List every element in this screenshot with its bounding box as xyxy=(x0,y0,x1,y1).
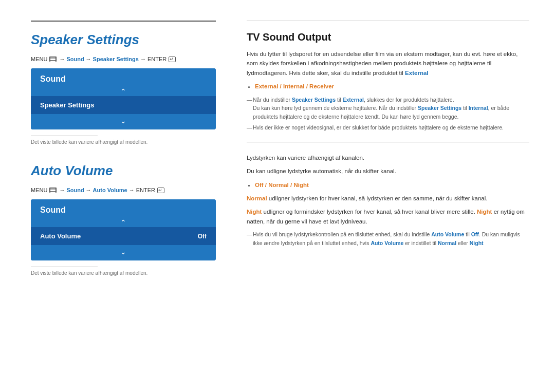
sound-box-bottom-1: ⌄ xyxy=(31,114,216,129)
menu-path-speaker-settings: Speaker Settings xyxy=(93,56,139,62)
auto-volume-menu-path: MENU → Sound → Auto Volume → ENTER xyxy=(31,187,216,193)
footnote-2: Det viste billede kan variere afhængigt … xyxy=(31,270,216,276)
external-internal-receiver-highlight: External / Internal / Receiver xyxy=(255,83,334,89)
tv-sound-output-body1: Hvis du lytter til lydsporet for en udse… xyxy=(247,49,529,78)
sound-box-down-arrow-1: ⌄ xyxy=(31,116,216,125)
menu-path-enter-label-2: ENTER xyxy=(136,187,155,193)
menu-path-sound: Sound xyxy=(66,56,84,62)
tv-sound-output-title: TV Sound Output xyxy=(247,31,529,43)
off-normal-night-highlight: Off / Normal / Night xyxy=(255,182,309,188)
night-note-highlight: Night xyxy=(470,240,484,246)
menu-path-sound-2: Sound xyxy=(66,187,84,193)
off-note-highlight: Off xyxy=(471,231,479,237)
note-item-2: Hvis der ikke er noget videosignal, er d… xyxy=(247,123,529,132)
auto-volume-item-label: Auto Volume xyxy=(40,232,81,240)
external-note1: External xyxy=(343,97,364,103)
menu-icon xyxy=(49,57,57,62)
chevron-up-2: ⌃ xyxy=(120,219,126,226)
bullet-item-2: Off / Normal / Night xyxy=(255,180,529,190)
note-item-3: Hvis du vil bruge lydstyrkekontrolien på… xyxy=(247,230,529,248)
auto-volume-menu-item[interactable]: Auto Volume Off xyxy=(31,227,216,245)
section-auto-volume: Auto Volume MENU → Sound → Auto Volume →… xyxy=(31,163,216,276)
auto-volume-note-highlight2: Auto Volume xyxy=(371,240,403,246)
sound-box-header-2: Sound xyxy=(31,199,216,218)
menu-path-enter-label: ENTER xyxy=(147,56,166,62)
bullet-item-1: External / Internal / Receiver xyxy=(255,82,529,91)
internal-note1: Internal xyxy=(469,105,488,111)
normal-highlight-1: Normal xyxy=(247,195,267,201)
footnote-1: Det viste billede kan variere afhængigt … xyxy=(31,139,216,145)
right-top-divider xyxy=(247,21,529,21)
bullet-list-2: Off / Normal / Night xyxy=(255,180,529,190)
footnote-line-1 xyxy=(31,136,98,136)
auto-volume-box: Sound ⌃ Auto Volume Off ⌄ xyxy=(31,199,216,260)
menu-prefix-2: MENU xyxy=(31,187,47,193)
auto-volume-body4: Night udligner og formindsker lydstyrken… xyxy=(247,207,529,226)
speaker-settings-title: Speaker Settings xyxy=(31,32,216,48)
footnote-line-2 xyxy=(31,267,98,267)
normal-note-highlight: Normal xyxy=(438,240,456,246)
chevron-down-1: ⌄ xyxy=(120,117,126,124)
sound-box-up-arrow-2: ⌃ xyxy=(31,218,216,227)
speaker-settings-menu-item[interactable]: Speaker Settings xyxy=(31,96,216,114)
menu-path-auto-volume: Auto Volume xyxy=(93,187,127,193)
sound-box-header-1: Sound xyxy=(31,68,216,87)
menu-icon-2 xyxy=(49,188,57,193)
bullet-list-1: External / Internal / Receiver xyxy=(255,82,529,91)
speaker-settings-menu-path: MENU → Sound → Speaker Settings → ENTER xyxy=(31,56,216,62)
auto-volume-body2: Du kan udligne lydstyrke automatisk, når… xyxy=(247,166,529,176)
note-item-1: Når du indstiller Speaker Settings til E… xyxy=(247,96,529,121)
enter-icon-1 xyxy=(169,57,176,62)
speaker-settings-note2: Speaker Settings xyxy=(418,105,461,111)
tv-sound-output-section: TV Sound Output Hvis du lytter til lydsp… xyxy=(247,31,529,132)
night-highlight-2: Night xyxy=(477,209,492,215)
top-divider xyxy=(31,21,216,22)
speaker-settings-box: Sound ⌃ Speaker Settings ⌄ xyxy=(31,68,216,129)
enter-icon-2 xyxy=(157,188,164,193)
sound-box-up-arrow-1: ⌃ xyxy=(31,87,216,96)
auto-volume-item-value: Off xyxy=(198,233,207,240)
section-speaker-settings: Speaker Settings MENU → Sound → Speaker … xyxy=(31,32,216,145)
auto-volume-body1: Lydstyrken kan variere afhængigt af kana… xyxy=(247,153,529,162)
auto-volume-body3: Normal udligner lydstyrken for hver kana… xyxy=(247,194,529,203)
left-column: Speaker Settings MENU → Sound → Speaker … xyxy=(31,21,216,377)
menu-prefix: MENU xyxy=(31,56,47,62)
auto-volume-note-highlight1: Auto Volume xyxy=(431,231,464,237)
sound-box-down-arrow-2: ⌄ xyxy=(31,247,216,256)
chevron-down-2: ⌄ xyxy=(120,248,126,255)
speaker-settings-note1: Speaker Settings xyxy=(292,97,336,103)
right-column: TV Sound Output Hvis du lytter til lydsp… xyxy=(236,21,529,377)
right-section-divider xyxy=(247,142,529,143)
night-highlight-1: Night xyxy=(247,209,262,215)
external-highlight-1: External xyxy=(405,70,428,76)
speaker-settings-item-label: Speaker Settings xyxy=(40,101,95,109)
sound-box-bottom-2: ⌄ xyxy=(31,245,216,260)
page-container: Speaker Settings MENU → Sound → Speaker … xyxy=(0,0,555,392)
auto-volume-info-section: Lydstyrken kan variere afhængigt af kana… xyxy=(247,153,529,248)
chevron-up-1: ⌃ xyxy=(120,88,126,95)
auto-volume-title: Auto Volume xyxy=(31,163,216,179)
